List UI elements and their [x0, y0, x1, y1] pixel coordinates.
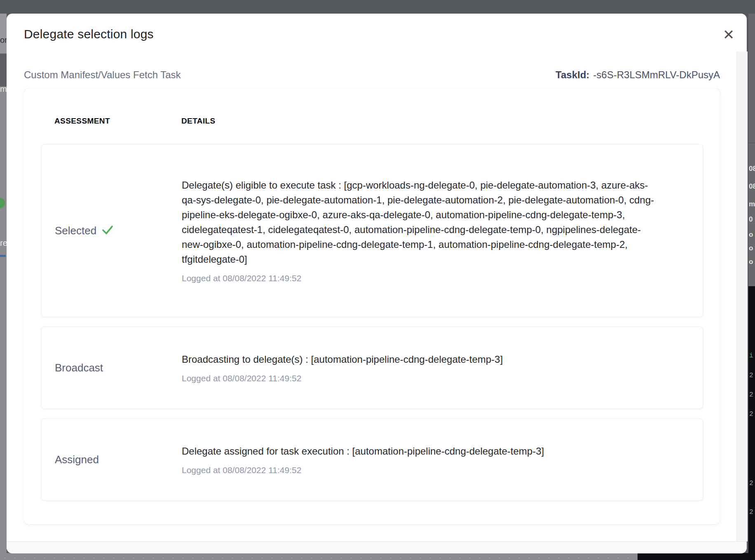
backdrop-band — [0, 54, 7, 86]
console-text-fragment: 2 — [749, 509, 753, 516]
assessment-label: Selected — [55, 224, 96, 237]
scrollbar[interactable] — [736, 51, 748, 541]
screen: or m re 08 08 m 0 o o o i 2 2 2 2 2 Dele… — [0, 0, 755, 560]
assessment-label: Assigned — [55, 453, 99, 466]
pipeline-node-fragment — [0, 198, 5, 208]
console-panel-fragment — [638, 553, 755, 560]
table-header-row: ASSESSMENT DETAILS — [24, 117, 720, 132]
logged-at-timestamp: Logged at 08/08/2022 11:49:52 — [182, 465, 656, 475]
delegate-log-table: ASSESSMENT DETAILS Selected Delegate(s) … — [24, 89, 720, 524]
details-cell: Delegate(s) eligible to execute task : [… — [182, 178, 656, 283]
details-text: Delegate(s) eligible to execute task : [… — [182, 178, 656, 267]
delegate-selection-logs-modal: Delegate selection logs ✕ Custom Manifes… — [7, 14, 747, 553]
table-row: Broadcast Broadcasting to delegate(s) : … — [41, 327, 703, 409]
assessment-label: Broadcast — [55, 362, 103, 374]
backdrop-band — [0, 14, 7, 54]
assessment-cell: Broadcast — [42, 362, 182, 374]
check-icon — [101, 224, 114, 238]
details-text: Delegate assigned for task execution : [… — [182, 444, 656, 459]
background-fragment: 08 — [749, 165, 755, 173]
close-button[interactable]: ✕ — [720, 26, 738, 44]
modal-subheader: Custom Manifest/Values Fetch Task TaskId… — [24, 68, 720, 82]
table-row: Selected Delegate(s) eligible to execute… — [41, 144, 703, 317]
background-fragment: or — [0, 35, 7, 45]
console-panel-fragment: i 2 2 2 2 2 — [748, 286, 755, 553]
details-text: Broadcasting to delegate(s) : [automatio… — [182, 352, 656, 367]
backdrop-divider — [748, 142, 755, 143]
page-backdrop-bottom — [0, 553, 755, 560]
task-id: TaskId:-s6S-R3LSMmRLV-DkPusyA — [556, 69, 720, 81]
background-fragment: o — [749, 258, 753, 266]
background-fragment: re — [0, 238, 7, 248]
console-text-fragment: 2 — [749, 411, 753, 418]
column-header-assessment: ASSESSMENT — [54, 117, 110, 126]
console-text-fragment: 2 — [749, 480, 753, 487]
background-fragment: m — [749, 200, 755, 208]
page-title: Delegate selection logs — [24, 27, 154, 41]
task-name-label: Custom Manifest/Values Fetch Task — [24, 69, 181, 81]
page-backdrop-right: 08 08 m 0 o o o i 2 2 2 2 2 — [748, 14, 755, 553]
background-fragment: 08 — [749, 182, 755, 191]
logged-at-timestamp: Logged at 08/08/2022 11:49:52 — [182, 373, 656, 383]
details-cell: Broadcasting to delegate(s) : [automatio… — [182, 352, 656, 383]
assessment-cell: Selected — [42, 223, 182, 238]
assessment-cell: Assigned — [42, 453, 182, 466]
console-text-fragment: i — [749, 352, 753, 359]
task-id-label: TaskId: — [556, 69, 589, 80]
pipeline-edge-fragment — [0, 255, 6, 257]
background-fragment: o — [749, 231, 753, 239]
page-backdrop-left: or m re — [0, 14, 7, 553]
logged-at-timestamp: Logged at 08/08/2022 11:49:52 — [182, 273, 656, 283]
background-fragment: 0 — [749, 215, 753, 224]
console-text-fragment: 2 — [749, 391, 753, 399]
background-fragment: m — [0, 84, 7, 94]
task-id-value: -s6S-R3LSMmRLV-DkPusyA — [593, 69, 720, 80]
table-row: Assigned Delegate assigned for task exec… — [41, 418, 703, 501]
background-fragment: o — [749, 244, 753, 252]
page-backdrop-top — [0, 0, 755, 14]
modal-footer — [7, 541, 747, 553]
details-cell: Delegate assigned for task execution : [… — [182, 444, 656, 475]
column-header-details: DETAILS — [181, 117, 216, 126]
console-text-fragment: 2 — [749, 372, 753, 379]
